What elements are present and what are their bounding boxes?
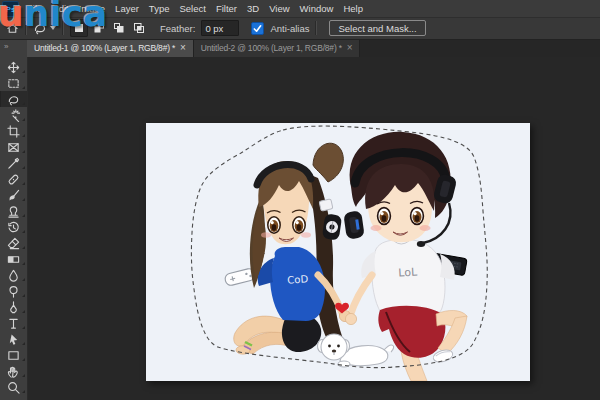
clone-stamp-icon	[7, 205, 20, 218]
puppy	[318, 334, 394, 367]
brush-icon	[7, 189, 20, 202]
tool-magic-wand[interactable]	[0, 107, 27, 123]
blur-icon	[7, 269, 20, 282]
tool-hand[interactable]	[0, 363, 27, 379]
hair-clip	[319, 199, 333, 211]
zoom-icon	[7, 381, 20, 394]
tool-eraser[interactable]	[0, 235, 27, 251]
check-icon	[253, 24, 262, 33]
frame-icon	[7, 141, 20, 154]
tool-rectangular-marquee[interactable]	[0, 75, 27, 91]
tool-path-selection[interactable]	[0, 331, 27, 347]
menu-bar: Ps FileEditImageLayerTypeSelectFilter3DV…	[0, 0, 600, 18]
tool-preset-lasso[interactable]	[33, 21, 56, 35]
menu-item-help[interactable]: Help	[338, 0, 368, 17]
gradient-icon	[7, 253, 20, 266]
eyedropper-icon	[7, 157, 20, 170]
chevron-down-icon	[50, 26, 56, 30]
subtract-from-selection-button[interactable]	[110, 19, 128, 37]
panel-collapse-chevron[interactable]: »	[0, 39, 27, 53]
chibi-couple-artwork: CoD	[146, 123, 530, 381]
boy-left-earcup	[343, 210, 365, 239]
tool-lasso[interactable]	[0, 91, 27, 107]
tab-title: Untitled-1 @ 100% (Layer 1, RGB/8#) *	[34, 43, 175, 53]
tool-clone-stamp[interactable]	[0, 203, 27, 219]
tool-rectangle[interactable]	[0, 347, 27, 363]
tool-dodge[interactable]	[0, 283, 27, 299]
rectangular-marquee-icon	[7, 77, 20, 90]
tab-title: Untitled-2 @ 100% (Layer 1, RGB/8#) *	[201, 43, 342, 53]
tool-type[interactable]	[0, 315, 27, 331]
menu-item-file[interactable]: File	[22, 0, 47, 17]
menu-item-3d[interactable]: 3D	[242, 0, 264, 17]
move-icon	[7, 61, 20, 74]
tool-pen[interactable]	[0, 299, 27, 315]
type-icon	[7, 317, 20, 330]
crop-icon	[7, 125, 20, 138]
tab-close-icon[interactable]: ×	[347, 43, 353, 53]
rectangle-icon	[7, 349, 20, 362]
lasso-icon	[7, 93, 20, 106]
intersect-selection-button[interactable]	[130, 19, 148, 37]
divider	[62, 21, 64, 35]
magic-wand-icon	[7, 109, 20, 122]
document-canvas[interactable]: CoD	[146, 123, 530, 381]
pen-icon	[7, 301, 20, 314]
document-tab-1[interactable]: Untitled-1 @ 100% (Layer 1, RGB/8#) *×	[27, 39, 194, 57]
photoshop-logo[interactable]: Ps	[2, 1, 19, 17]
girl-shirt-text: CoD	[287, 273, 309, 285]
tool-history-brush[interactable]	[0, 219, 27, 235]
divider	[25, 21, 27, 35]
menu-item-filter[interactable]: Filter	[211, 0, 242, 17]
photoshop-window: Ps FileEditImageLayerTypeSelectFilter3DV…	[0, 0, 600, 400]
anti-alias-checkbox[interactable]	[251, 22, 264, 35]
selection-mode-buttons	[70, 19, 148, 37]
tool-blur[interactable]	[0, 267, 27, 283]
tools-panel: »	[0, 39, 28, 400]
options-bar: Feather: Anti-alias Select and Mask...	[0, 17, 600, 40]
tool-crop[interactable]	[0, 123, 27, 139]
feather-input[interactable]	[201, 20, 239, 36]
divider	[315, 21, 317, 35]
spot-healing-brush-icon	[7, 173, 20, 186]
path-selection-icon	[7, 333, 20, 346]
document-tab-2[interactable]: Untitled-2 @ 100% (Layer 1, RGB/8#) *×	[194, 39, 361, 57]
tab-close-icon[interactable]: ×	[180, 43, 186, 53]
feather-label: Feather:	[160, 23, 195, 34]
anti-alias-label: Anti-alias	[270, 23, 309, 34]
select-and-mask-button[interactable]: Select and Mask...	[329, 20, 425, 36]
new-selection-button[interactable]	[70, 19, 88, 37]
dodge-icon	[7, 285, 20, 298]
tool-gradient[interactable]	[0, 251, 27, 267]
tool-eyedropper[interactable]	[0, 155, 27, 171]
document-tab-bar: Untitled-1 @ 100% (Layer 1, RGB/8#) *×Un…	[27, 39, 600, 57]
eraser-icon	[7, 237, 20, 250]
tool-move[interactable]	[0, 59, 27, 75]
menu-item-layer[interactable]: Layer	[110, 0, 144, 17]
tool-spot-healing-brush[interactable]	[0, 171, 27, 187]
home-icon[interactable]	[6, 22, 19, 35]
tool-frame[interactable]	[0, 139, 27, 155]
boy-shirt-text: LoL	[398, 265, 418, 279]
menu-items: FileEditImageLayerTypeSelectFilter3DView…	[22, 0, 368, 17]
tool-zoom[interactable]	[0, 379, 27, 395]
girl-figure: CoD	[234, 143, 347, 355]
history-brush-icon	[7, 221, 20, 234]
menu-item-edit[interactable]: Edit	[47, 0, 73, 17]
menu-item-select[interactable]: Select	[174, 0, 210, 17]
tool-brush[interactable]	[0, 187, 27, 203]
menu-item-view[interactable]: View	[264, 0, 294, 17]
menu-item-image[interactable]: Image	[74, 0, 110, 17]
menu-item-type[interactable]: Type	[144, 0, 175, 17]
hand-icon	[7, 365, 20, 378]
add-to-selection-button[interactable]	[90, 19, 108, 37]
menu-item-window[interactable]: Window	[295, 0, 339, 17]
